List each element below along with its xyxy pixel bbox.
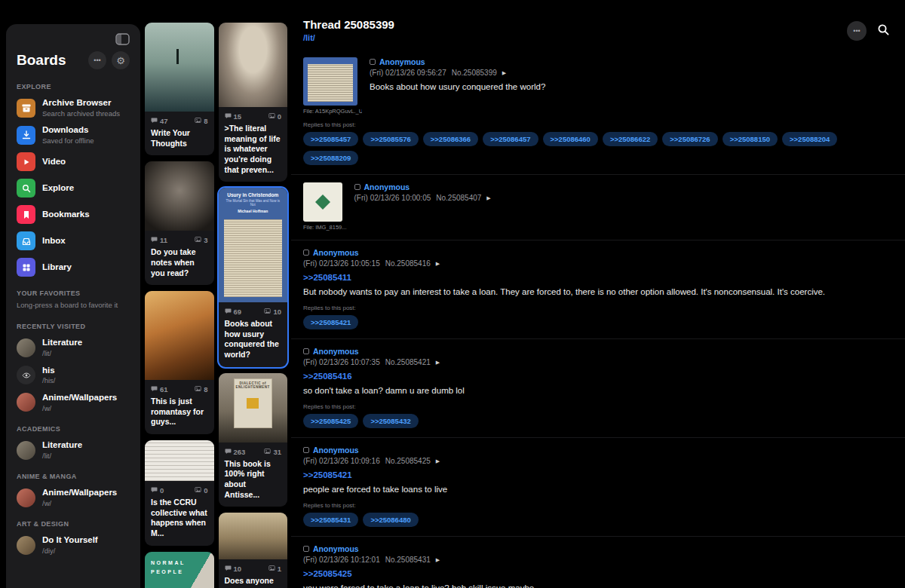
comment-count: 263 [225,448,246,456]
comment-count-value: 10 [234,565,242,573]
cover-text: Usury in Christendom [219,192,288,198]
reply-chip[interactable]: >>25086480 [363,513,418,527]
literature-thumbnail [17,441,35,460]
sidebar-top [6,24,140,45]
post-date: (Fri) 02/13/26 10:12:01 [303,556,380,564]
post-number[interactable]: No.25085425 [385,457,431,465]
reply-chip[interactable]: >>25086622 [603,132,658,146]
reply-chip[interactable]: >>25086460 [543,132,598,146]
sidebar-board-w[interactable]: Anime/Wallpapers/w/ [6,484,140,511]
reply-chip[interactable]: >>25085431 [303,513,358,527]
thread-header-actions: ••• [847,21,890,41]
expand-arrow-icon[interactable]: ▶ [502,70,506,76]
comment-count-value: 61 [160,385,168,394]
post-author[interactable]: Anonymous [313,248,359,257]
thread-board[interactable]: /lit/ [303,33,394,42]
cover-text: The Mortal Sin that Was and Now is Not [219,199,288,207]
sidebar-item-label: Bookmarks [42,210,90,220]
reply-chip[interactable]: >>25088150 [722,132,778,146]
post: Anonymous(Fri) 02/13/26 10:12:01No.25085… [291,537,905,588]
post-author[interactable]: Anonymous [313,544,359,553]
thread-card-title: Write Your Thoughts [145,127,214,155]
post-date: (Fri) 02/13/26 10:09:16 [303,457,380,465]
post-number[interactable]: No.25085416 [385,259,431,268]
comment-icon [151,385,158,394]
thread-search-button[interactable] [877,23,890,38]
replies-label: Replies to this post: [303,305,890,311]
sidebar-item-explore[interactable]: Explore [6,175,140,201]
boards-more-button[interactable]: ••• [88,51,106,69]
post-number[interactable]: No.25085421 [385,358,431,366]
sidebar-item-downloads[interactable]: DownloadsSaved for offline [6,121,140,149]
thread-card-title: Does anyone here teach English/ literatu… [219,575,288,588]
thread-stats: 00 [145,481,214,497]
reply-chips: >>25085431>>25086480 [303,513,890,527]
flag-image-thumbnail[interactable] [303,182,342,222]
expand-arrow-icon[interactable]: ▶ [436,360,440,366]
reply-chip[interactable]: >>25088209 [303,151,358,165]
thread-card-usury[interactable]: Usury in ChristendomThe Mortal Sin that … [219,188,288,367]
post-author[interactable]: Anonymous [364,182,410,191]
boards-title: Boards [17,52,83,69]
quotelink[interactable]: >>25085425 [303,569,890,578]
sidebar-item-library[interactable]: Library [6,254,140,280]
sidebar-item-archive-browser[interactable]: Archive BrowserSearch archived threads [6,94,140,121]
sidebar-item-bookmarks[interactable]: Bookmarks [6,201,140,228]
sidebar-board-lit[interactable]: Literature/lit/ [6,334,140,361]
thread-card-camus[interactable]: 150>The literal meaning of life is whate… [219,23,288,182]
post-author[interactable]: Anonymous [313,347,359,356]
paddleboarder-photo [145,23,214,112]
cover-text: Michael Hoffman [219,209,288,213]
thread-card-romantasy[interactable]: 618This is just romantasy for guys... [145,291,214,434]
inbox-icon [17,231,35,250]
reply-chip[interactable]: >>25085432 [363,414,418,428]
thread-card-notes[interactable]: 113Do you take notes when you read? [145,161,214,285]
sidebar-item-video[interactable]: Video [6,149,140,175]
post-body: so don't take a loan? damn u are dumb lo… [303,384,890,397]
sidebar-board-lit[interactable]: Literature/lit/ [6,436,140,464]
reply-chip[interactable]: >>25085576 [363,132,418,146]
boards-settings-button[interactable]: ⚙ [112,51,130,69]
thread-more-button[interactable]: ••• [847,21,867,41]
thread-card-teach[interactable]: 101Does anyone here teach English/ liter… [219,513,288,588]
expand-arrow-icon[interactable]: ▶ [486,195,490,201]
reply-chip[interactable]: >>25086366 [423,132,478,146]
expand-arrow-icon[interactable]: ▶ [436,261,440,267]
sidebar-item-label: Explore [42,183,74,194]
image-count-value: 8 [204,117,207,125]
quotelink[interactable]: >>25085421 [303,470,890,479]
reply-chip[interactable]: >>25085421 [303,315,358,329]
thread-card-ccru[interactable]: 00Is the CCRU collective what happens wh… [145,440,214,546]
expand-arrow-icon[interactable]: ▶ [436,458,440,464]
comment-count: 47 [151,117,168,125]
ellipsis-icon: ••• [94,57,100,64]
thread-card-normal-people[interactable]: NORMAL PEOPLESALLY ROONEY429 [145,552,214,588]
thread-view: Thread 25085399 /lit/ ••• File: A15KpRQG… [291,0,905,588]
post-number[interactable]: No.25085399 [452,69,497,77]
post-number[interactable]: No.25085407 [436,194,481,202]
sidebar-section: RECENTLY VISITEDLiterature/lit/his/his/A… [6,314,140,416]
catalog: 478Write Your Thoughts113Do you take not… [140,0,291,588]
reply-chip[interactable]: >>25085425 [303,414,358,428]
comment-count: 61 [151,385,168,394]
sidebar-board-diy[interactable]: Do It Yourself/diy/ [6,531,140,559]
image-count: 8 [195,117,207,125]
thread-card-write-your-thoughts[interactable]: 478Write Your Thoughts [145,23,214,155]
reply-chip[interactable]: >>25088204 [782,132,837,146]
post-number[interactable]: No.25085431 [385,556,431,564]
reply-chip[interactable]: >>25085457 [303,132,358,146]
sidebar-toggle-icon[interactable] [115,33,130,45]
usury-woodcut-thumbnail[interactable] [303,57,357,106]
sidebar-item-inbox[interactable]: Inbox [6,228,140,254]
post-author[interactable]: Anonymous [379,57,425,66]
quotelink[interactable]: >>25085416 [303,372,890,381]
sidebar-board-w[interactable]: Anime/Wallpapers/w/ [6,389,140,416]
sidebar-board-his[interactable]: his/his/ [6,362,140,389]
reply-chip[interactable]: >>25086726 [662,132,717,146]
quotelink[interactable]: >>25085411 [303,273,890,282]
reply-chip[interactable]: >>25086457 [483,132,538,146]
eye-thumbnail [17,366,35,384]
post-author[interactable]: Anonymous [313,446,359,455]
expand-arrow-icon[interactable]: ▶ [436,557,440,563]
thread-card-dialectic[interactable]: DIALECTIC of ENLIGHTENMENT26331This book… [219,373,288,507]
